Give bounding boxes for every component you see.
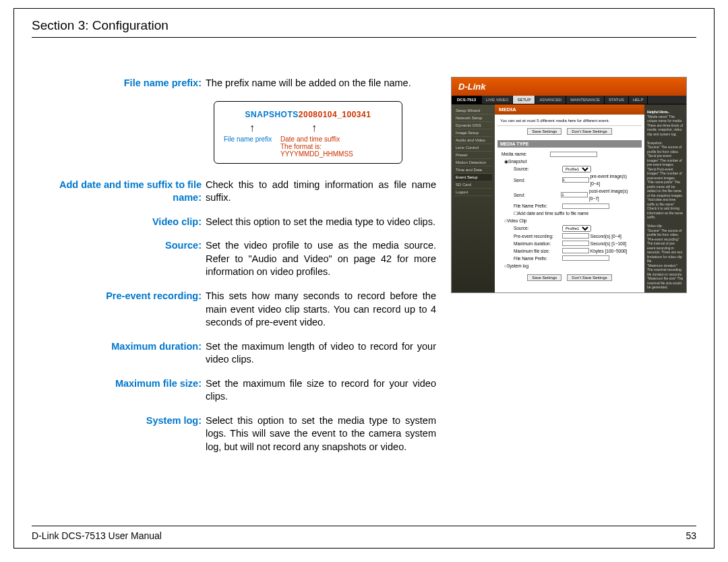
arrow-up-icon: ↑ xyxy=(280,122,348,134)
mock-side-item: Logout xyxy=(454,189,492,196)
filename-diagram: SNAPSHOTS20080104_100341 ↑↑ File name pr… xyxy=(214,101,402,164)
definitions-column: File name prefix: The prefix name will b… xyxy=(32,77,436,465)
mock-chk-datetime: Add date and time suffix to file name xyxy=(518,210,588,217)
mock-source2-select: Profile1 xyxy=(562,225,591,232)
mock-tab: HELP xyxy=(629,96,648,104)
mock-prefix2-input xyxy=(562,255,609,261)
mock-side-item: Lens Control xyxy=(454,144,492,152)
desc-file-name-prefix: The prefix name will be added on the fil… xyxy=(206,77,436,90)
mock-tab: ADVANCED xyxy=(535,96,566,104)
mock-side-item: Network Setup xyxy=(454,115,492,122)
mock-panel-title: MEDIA TYPE xyxy=(497,140,642,148)
mock-send-post-label: Send: xyxy=(514,191,561,199)
mock-media-name-input xyxy=(550,152,597,157)
mock-hints-body: "Media name" The unique name for media. … xyxy=(647,115,684,290)
mock-prefix2-label: File Name Prefix: xyxy=(514,255,562,262)
desc-system-log: Select this option to set the media type… xyxy=(206,414,436,454)
mock-prefix-label: File Name Prefix: xyxy=(514,202,562,210)
term-max-filesize: Maximum file size: xyxy=(32,377,206,404)
footer-page-number: 53 xyxy=(686,530,696,541)
mock-opt-syslog: System log xyxy=(507,262,528,270)
desc-max-filesize: Set the maximum file size to record for … xyxy=(206,377,436,404)
term-pre-event: Pre-event recording: xyxy=(32,290,206,330)
mock-tab-active: SETUP xyxy=(513,96,535,104)
desc-video-clip: Select this option to set the media type… xyxy=(206,216,436,229)
mock-tabs: DCS-7513 LIVE VIDEO SETUP ADVANCED MAINT… xyxy=(452,96,686,104)
mock-side-item: SD Card xyxy=(454,181,492,189)
term-system-log: System log: xyxy=(32,414,206,454)
term-video-clip: Video clip: xyxy=(32,216,206,229)
mock-prerec-hint: Second(s) [0~4] xyxy=(590,232,621,240)
mock-side-item: Preset xyxy=(454,152,492,159)
diagram-prefix-text: SNAPSHOTS xyxy=(245,110,299,119)
mock-maxdur-label: Maximum duration: xyxy=(514,240,562,247)
mock-send-pre-input xyxy=(562,177,589,183)
mock-send-pre-hint: pre-event image(s) [0~4] xyxy=(590,173,638,187)
mock-tab: LIVE VIDEO xyxy=(482,96,513,104)
mock-dont-save-button: Don't Save Settings xyxy=(567,128,612,135)
mock-source-label: Source: xyxy=(514,165,562,173)
mock-brand: D-Link xyxy=(452,77,686,96)
mock-side-item: Time and Date xyxy=(454,166,492,174)
mock-prefix-input xyxy=(562,204,609,209)
section-header: Section 3: Configuration xyxy=(32,18,696,38)
mock-media-name-label: Media name: xyxy=(502,150,550,158)
arrow-up-icon: ↑ xyxy=(224,122,280,134)
mock-source2-label: Source: xyxy=(514,224,562,232)
desc-add-datetime: Check this to add timing information as … xyxy=(206,179,436,205)
mock-side-item: Audio and Video xyxy=(454,137,492,144)
footer-left: D-Link DCS-7513 User Manual xyxy=(32,530,162,541)
mock-side-item: Image Setup xyxy=(454,129,492,137)
diagram-format-label: The format is: YYYYMMDD_HHMMSS xyxy=(224,143,392,158)
mock-maxdur-input xyxy=(562,241,589,246)
mock-maxdur-hint: Second(s) [1~100] xyxy=(590,240,626,247)
mock-side-item: Setup Wizard xyxy=(454,107,492,115)
mock-side-item-selected: Event Setup xyxy=(454,174,492,181)
mock-product: DCS-7513 xyxy=(452,96,482,104)
mock-hints-panel: Helpful Hints.. "Media name" The unique … xyxy=(644,104,686,292)
screenshot-mock: D-Link DCS-7513 LIVE VIDEO SETUP ADVANCE… xyxy=(451,77,687,293)
mock-maxfs-hint: Kbytes [100~5000] xyxy=(590,247,627,255)
term-source: Source: xyxy=(32,239,206,279)
mock-dont-save-button2: Don't Save Settings xyxy=(567,274,612,281)
mock-prerec-input xyxy=(562,233,589,239)
mock-send-post-input xyxy=(561,192,588,197)
term-file-name-prefix: File name prefix: xyxy=(32,77,206,90)
mock-send-pre-label: Send: xyxy=(514,177,562,184)
desc-max-duration: Set the maximum length of video to recor… xyxy=(206,340,436,367)
mock-tab: STATUS xyxy=(605,96,629,104)
mock-side-item: Dynamic DNS xyxy=(454,122,492,129)
mock-prerec-label: Pre-event recording: xyxy=(514,232,562,240)
mock-side-item: Motion Detection xyxy=(454,159,492,166)
mock-opt-snapshot: Snapshot xyxy=(508,158,526,165)
mock-maxfs-label: Maximum file size: xyxy=(514,247,562,255)
mock-send-post-hint: post-event image(s) [0~7] xyxy=(589,187,638,202)
desc-source: Set the video profile to use as the medi… xyxy=(206,239,436,279)
mock-save-button: Save Settings xyxy=(527,128,562,135)
mock-opt-videoclip: Video Clip xyxy=(507,217,527,224)
term-max-duration: Maximum duration: xyxy=(32,340,206,367)
mock-note: You can set at most 5 different media he… xyxy=(497,117,642,126)
mock-save-button2: Save Settings xyxy=(527,274,562,281)
desc-pre-event: This sets how many seconds to record bef… xyxy=(206,290,436,330)
diagram-suffix-label: Date and time suffix xyxy=(280,135,392,143)
mock-tab: MAINTENANCE xyxy=(566,96,605,104)
diagram-datetime-text: 20080104_100341 xyxy=(299,110,371,119)
mock-sidebar: Setup Wizard Network Setup Dynamic DNS I… xyxy=(452,104,495,292)
term-add-datetime: Add date and time suffix to file name: xyxy=(32,179,206,205)
mock-source-select: Profile1 xyxy=(562,166,591,173)
diagram-prefix-label: File name prefix xyxy=(224,135,280,143)
mock-title: MEDIA xyxy=(495,104,644,115)
mock-maxfs-input xyxy=(562,248,589,253)
